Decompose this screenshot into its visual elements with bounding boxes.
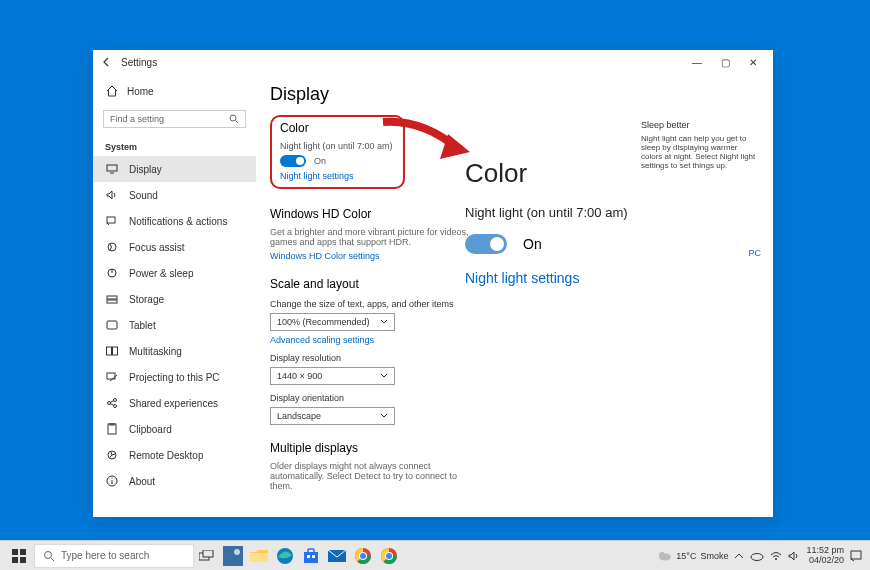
- svg-rect-9: [107, 300, 117, 303]
- sidebar-item-remote-desktop[interactable]: Remote Desktop: [93, 442, 256, 468]
- sidebar-item-sound[interactable]: Sound: [93, 182, 256, 208]
- sidebar-item-label: Remote Desktop: [129, 450, 203, 461]
- zoom-night-light-label: Night light (on until 7:00 am): [465, 205, 755, 220]
- svg-point-51: [386, 553, 392, 559]
- taskbar-app-explorer[interactable]: [246, 543, 272, 569]
- zoom-night-light-state: On: [523, 236, 542, 252]
- svg-point-29: [45, 551, 52, 558]
- tray-clock[interactable]: 11:52 pm 04/02/20: [806, 546, 844, 566]
- hd-color-desc: Get a brighter and more vibrant picture …: [270, 227, 470, 247]
- sidebar-item-notifications[interactable]: Notifications & actions: [93, 208, 256, 234]
- svg-point-34: [234, 549, 240, 555]
- tray-wifi-icon[interactable]: [770, 551, 782, 561]
- svg-rect-38: [308, 549, 314, 553]
- sidebar-item-label: Shared experiences: [129, 398, 218, 409]
- taskbar-search[interactable]: Type here to search: [34, 544, 194, 568]
- page-title: Display: [270, 84, 759, 105]
- sidebar-item-label: Sound: [129, 190, 158, 201]
- svg-rect-56: [851, 551, 861, 559]
- minimize-button[interactable]: —: [683, 50, 711, 74]
- multi-displays-heading: Multiple displays: [270, 441, 759, 455]
- tray-chevron-up-icon[interactable]: [734, 552, 744, 560]
- sidebar-item-power-sleep[interactable]: Power & sleep: [93, 260, 256, 286]
- sidebar-item-projecting[interactable]: Projecting to this PC: [93, 364, 256, 390]
- svg-point-46: [360, 553, 366, 559]
- sidebar-home[interactable]: Home: [93, 78, 256, 104]
- night-light-state: On: [314, 156, 326, 166]
- svg-rect-11: [107, 347, 112, 355]
- svg-point-24: [112, 478, 113, 479]
- sidebar-item-shared-experiences[interactable]: Shared experiences: [93, 390, 256, 416]
- maximize-button[interactable]: ▢: [711, 50, 739, 74]
- search-icon: [229, 114, 239, 124]
- start-button[interactable]: [4, 541, 34, 571]
- sleep-better-heading: Sleep better: [641, 120, 761, 130]
- orientation-value: Landscape: [277, 411, 321, 421]
- sidebar-item-label: Storage: [129, 294, 164, 305]
- sidebar-item-label: About: [129, 476, 155, 487]
- svg-point-55: [775, 558, 777, 560]
- svg-rect-4: [107, 217, 115, 223]
- sidebar-item-label: Clipboard: [129, 424, 172, 435]
- chevron-down-icon: [380, 413, 388, 419]
- taskbar-app-mail[interactable]: [324, 543, 350, 569]
- sidebar-home-label: Home: [127, 86, 154, 97]
- weather-temp: 15°C: [676, 551, 696, 561]
- taskbar: Type here to search 15°C Smoke 11:52 pm …: [0, 540, 870, 570]
- taskbar-app-edge[interactable]: [272, 543, 298, 569]
- sidebar-item-clipboard[interactable]: Clipboard: [93, 416, 256, 442]
- orientation-dropdown[interactable]: Landscape: [270, 407, 395, 425]
- sidebar-item-display[interactable]: Display: [93, 156, 256, 182]
- zoom-night-light-toggle[interactable]: [465, 234, 507, 254]
- task-view-button[interactable]: [194, 543, 220, 569]
- window-title: Settings: [121, 57, 683, 68]
- text-size-dropdown[interactable]: 100% (Recommended): [270, 313, 395, 331]
- multi-displays-desc: Older displays might not always connect …: [270, 461, 470, 491]
- svg-point-53: [659, 552, 665, 558]
- sidebar-item-label: Display: [129, 164, 162, 175]
- svg-point-54: [751, 553, 763, 560]
- svg-rect-10: [107, 321, 117, 329]
- taskbar-app-store[interactable]: [298, 543, 324, 569]
- night-light-toggle[interactable]: [280, 155, 306, 167]
- svg-rect-39: [307, 555, 310, 558]
- sidebar-item-label: Multitasking: [129, 346, 182, 357]
- notifications-icon: [105, 214, 119, 228]
- weather-widget[interactable]: 15°C Smoke: [658, 550, 728, 562]
- sidebar-item-multitasking[interactable]: Multitasking: [93, 338, 256, 364]
- close-button[interactable]: ✕: [739, 50, 767, 74]
- sidebar-item-storage[interactable]: Storage: [93, 286, 256, 312]
- search-placeholder: Find a setting: [110, 114, 164, 124]
- sidebar-item-label: Tablet: [129, 320, 156, 331]
- sidebar-item-label: Notifications & actions: [129, 216, 227, 227]
- tray-volume-icon[interactable]: [788, 551, 800, 561]
- sidebar-item-about[interactable]: About: [93, 468, 256, 494]
- sidebar: Home Find a setting System Display Sound: [93, 74, 256, 517]
- resolution-dropdown[interactable]: 1440 × 900: [270, 367, 395, 385]
- taskbar-app-widget[interactable]: [220, 543, 246, 569]
- power-icon: [105, 266, 119, 280]
- taskbar-app-chrome[interactable]: [350, 543, 376, 569]
- sidebar-item-label: Projecting to this PC: [129, 372, 220, 383]
- svg-point-0: [230, 115, 236, 121]
- sidebar-item-tablet[interactable]: Tablet: [93, 312, 256, 338]
- sidebar-item-focus-assist[interactable]: Focus assist: [93, 234, 256, 260]
- about-icon: [105, 474, 119, 488]
- back-button[interactable]: [99, 54, 115, 70]
- zoom-night-light-settings-link[interactable]: Night light settings: [465, 270, 755, 286]
- advanced-scaling-link[interactable]: Advanced scaling settings: [270, 335, 759, 345]
- weather-icon: [658, 550, 672, 562]
- chevron-down-icon: [380, 319, 388, 325]
- tray-date: 04/02/20: [806, 556, 844, 566]
- svg-rect-12: [113, 347, 118, 355]
- svg-rect-28: [20, 557, 26, 563]
- tray-onedrive-icon[interactable]: [750, 551, 764, 561]
- focus-assist-icon: [105, 240, 119, 254]
- taskbar-app-chrome-2[interactable]: [376, 543, 402, 569]
- weather-cond: Smoke: [700, 551, 728, 561]
- tray-action-center-icon[interactable]: [850, 550, 862, 562]
- svg-rect-27: [12, 557, 18, 563]
- storage-icon: [105, 292, 119, 306]
- svg-rect-40: [312, 555, 315, 558]
- search-input[interactable]: Find a setting: [103, 110, 246, 128]
